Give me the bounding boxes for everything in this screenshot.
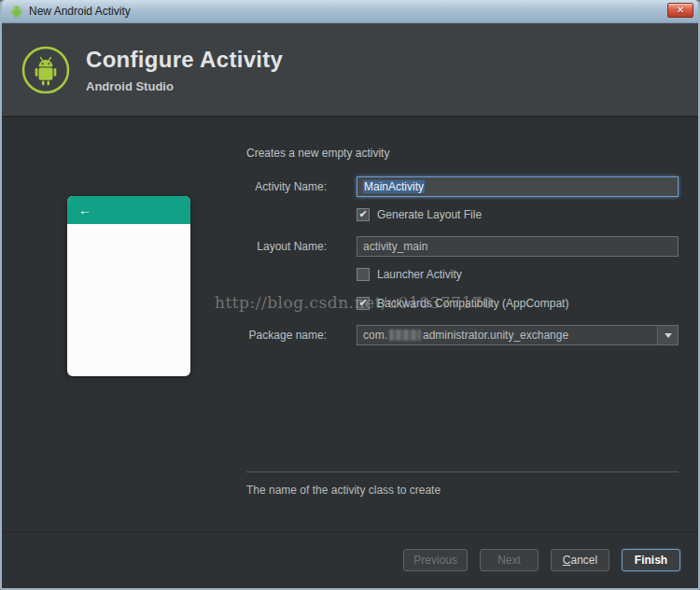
generate-layout-label[interactable]: Generate Layout File [377,208,482,221]
layout-name-value: activity_main [363,240,427,253]
cancel-label-rest: ancel [570,554,597,567]
hint-separator [246,471,679,472]
field-hint-text: The name of the activity class to create [246,484,679,497]
package-name-combobox[interactable]: com.administrator.unity_exchange [357,325,679,345]
new-android-activity-dialog: New Android Activity ✕ [0,0,700,590]
backwards-compat-label[interactable]: Backwards Compatibility (AppCompat) [377,297,568,310]
window-title: New Android Activity [29,5,131,18]
package-name-row: Package name: com.administrator.unity_ex… [246,325,679,345]
generate-layout-row: ✔ Generate Layout File [246,207,679,221]
layout-name-row: Layout Name: activity_main [246,236,679,257]
wizard-header: Configure Activity Android Studio [2,23,698,118]
next-button[interactable]: Next [480,549,539,571]
layout-name-input[interactable]: activity_main [357,236,679,257]
launcher-activity-label[interactable]: Launcher Activity [377,268,462,281]
form-description: Creates a new empty activity [246,147,679,161]
android-app-icon [9,4,24,19]
redacted-text-segment [389,330,421,341]
backwards-compat-checkbox[interactable]: ✔ [357,297,370,310]
checkmark-icon: ✔ [358,209,367,219]
package-name-label: Package name: [246,329,327,342]
activity-name-input[interactable]: MainActivity [357,176,679,197]
titlebar[interactable]: New Android Activity ✕ [2,0,698,23]
activity-name-label: Activity Name: [246,180,327,193]
android-studio-logo-icon [21,45,71,95]
wizard-subtitle: Android Studio [86,79,283,93]
previous-button[interactable]: Previous [403,549,468,571]
activity-preview-thumbnail: ← [67,196,190,376]
back-arrow-icon: ← [78,203,91,218]
wizard-title: Configure Activity [86,47,283,73]
launcher-activity-row: Launcher Activity [246,267,679,281]
wizard-content: ← Creates a new empty activity Activity … [2,118,698,531]
checkmark-icon: ✔ [358,298,367,308]
close-button[interactable]: ✕ [667,3,693,18]
package-name-suffix: administrator.unity_exchange [423,329,568,342]
preview-appbar: ← [67,196,190,224]
configure-activity-form: Creates a new empty activity Activity Na… [246,147,679,497]
generate-layout-checkbox[interactable]: ✔ [357,208,370,221]
activity-name-row: Activity Name: MainActivity [246,176,679,197]
chevron-down-icon [665,333,672,338]
close-icon: ✕ [677,6,684,15]
activity-name-value: MainActivity [363,180,425,193]
launcher-activity-checkbox[interactable] [357,268,370,281]
layout-name-label: Layout Name: [246,240,327,253]
finish-button[interactable]: Finish [622,549,680,571]
cancel-button[interactable]: Cancel [551,549,609,571]
dropdown-arrow-button[interactable] [657,326,678,344]
backwards-compat-row: ✔ Backwards Compatibility (AppCompat) [246,296,679,310]
wizard-button-bar: Previous Next Cancel Finish [2,531,698,588]
package-name-prefix: com. [363,329,387,342]
